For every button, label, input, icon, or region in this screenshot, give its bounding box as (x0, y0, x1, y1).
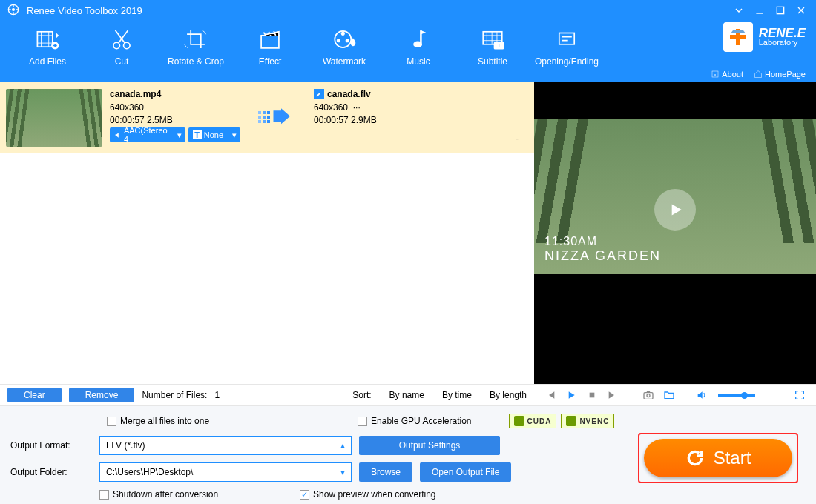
svg-rect-29 (644, 393, 653, 399)
brand-sub: Laboratory (759, 39, 806, 47)
dest-filename: canada.flv (327, 89, 371, 99)
source-info: canada.mp4 640x360 00:00:57 2.5MB AAC(St… (110, 89, 240, 147)
sort-label: Sort: (352, 390, 371, 400)
folder-combo[interactable]: C:\Users\HP\Desktop\▾ (99, 462, 352, 482)
subtitle-select[interactable]: TNone ▾ (188, 127, 240, 142)
svg-rect-3 (37, 32, 52, 47)
audio-codec-select[interactable]: AAC(Stereo 4 ▾ (110, 127, 185, 142)
film-plus-icon (10, 25, 85, 53)
preview-controls (534, 384, 816, 406)
volume-icon[interactable] (694, 388, 709, 402)
edit-format-icon[interactable] (314, 89, 324, 99)
nvidia-eye-icon (514, 416, 524, 426)
svg-rect-27 (267, 120, 270, 123)
merge-checkbox[interactable]: Merge all files into one (107, 416, 209, 426)
sort-by-time[interactable]: By time (442, 390, 472, 400)
subtitle-icon: T (455, 25, 530, 53)
tool-cut[interactable]: Cut (85, 25, 159, 67)
play-icon[interactable] (564, 388, 579, 402)
brand-block: RENE.E Laboratory (723, 22, 806, 52)
tool-opening-ending[interactable]: Opening/Ending (530, 25, 604, 67)
tool-effect[interactable]: Effect (233, 25, 307, 67)
output-settings-button[interactable]: Output Settings (359, 436, 500, 455)
svg-rect-20 (258, 116, 261, 119)
svg-rect-23 (263, 116, 266, 119)
prev-track-icon[interactable] (543, 388, 558, 402)
svg-text:T: T (497, 42, 501, 49)
svg-rect-7 (261, 36, 279, 48)
app-title: Renee Video Toolbox 2019 (27, 5, 142, 16)
tool-rotate-crop[interactable]: Rotate & Crop (159, 25, 233, 67)
music-note-icon (381, 25, 455, 53)
tool-watermark[interactable]: Watermark (307, 25, 381, 67)
svg-rect-25 (267, 111, 270, 114)
close-icon[interactable] (794, 3, 809, 18)
clear-button[interactable]: Clear (7, 388, 62, 402)
homepage-link[interactable]: HomePage (754, 70, 806, 79)
menu-dropdown-icon[interactable] (731, 3, 746, 18)
svg-rect-22 (263, 111, 266, 114)
svg-point-30 (647, 394, 650, 397)
file-count: 1 (214, 390, 220, 400)
maximize-icon[interactable] (773, 3, 788, 18)
tool-subtitle[interactable]: T Subtitle (455, 25, 530, 67)
sort-by-name[interactable]: By name (389, 390, 424, 400)
next-track-icon[interactable] (605, 388, 620, 402)
folder-icon[interactable] (662, 388, 677, 402)
format-combo[interactable]: FLV (*.flv)▴ (99, 436, 352, 455)
row-dash: - (506, 89, 528, 147)
dest-resolution: 640x360 (314, 102, 348, 113)
clapper-icon (233, 25, 307, 53)
dest-info: canada.flv 640x360 ··· 00:00:57 2.9MB (314, 89, 499, 147)
volume-slider[interactable] (718, 394, 755, 397)
sort-by-length[interactable]: By length (490, 390, 527, 400)
open-output-button[interactable]: Open Output File (420, 462, 511, 482)
svg-rect-28 (590, 393, 595, 398)
file-count-label: Number of Files: (142, 390, 207, 400)
source-dur-size: 00:00:57 2.5MB (110, 115, 240, 125)
start-button[interactable]: Start (644, 439, 792, 477)
chevron-down-icon: ▾ (340, 467, 345, 477)
svg-point-9 (341, 32, 345, 36)
minimize-icon[interactable] (752, 3, 767, 18)
convert-arrow-icon (247, 89, 306, 147)
gpu-checkbox[interactable]: Enable GPU Acceleration (358, 416, 471, 426)
source-filename: canada.mp4 (110, 89, 240, 99)
shutdown-checkbox[interactable]: Shutdown after conversion (99, 489, 218, 500)
dest-res-more[interactable]: ··· (353, 102, 361, 113)
main-toolbar: Add Files Cut Rotate & Crop Effect Water… (0, 21, 816, 82)
cuda-badge: CUDA (509, 414, 557, 428)
chevron-down-icon: ▾ (228, 130, 240, 140)
remove-button[interactable]: Remove (69, 388, 135, 402)
nvidia-eye-icon (566, 416, 576, 426)
source-resolution: 640x360 (110, 102, 240, 113)
show-preview-checkbox[interactable]: Show preview when converting (300, 489, 435, 500)
list-action-bar: Clear Remove Number of Files: 1 Sort: By… (0, 384, 534, 406)
nvenc-badge: NVENC (561, 414, 614, 428)
bottom-panel: Merge all files into one Enable GPU Acce… (0, 406, 816, 504)
browse-button[interactable]: Browse (359, 462, 412, 482)
dest-dur-size: 00:00:57 2.9MB (314, 115, 499, 125)
svg-rect-26 (267, 116, 270, 119)
svg-point-11 (346, 39, 349, 42)
crop-rotate-icon (159, 25, 233, 53)
tool-music[interactable]: Music (381, 25, 455, 67)
svg-point-6 (124, 42, 131, 49)
svg-rect-16 (559, 33, 574, 44)
overlay-place: NIZZA GARDEN (544, 248, 661, 264)
chevron-up-icon: ▴ (340, 440, 345, 451)
about-link[interactable]: About (711, 70, 743, 79)
file-row[interactable]: canada.mp4 640x360 00:00:57 2.5MB AAC(St… (0, 82, 534, 153)
snapshot-icon[interactable] (641, 388, 656, 402)
refresh-icon (685, 448, 705, 468)
stop-icon[interactable] (585, 388, 599, 402)
tool-add-files[interactable]: Add Files (10, 25, 85, 67)
title-bar: Renee Video Toolbox 2019 (0, 0, 816, 21)
preview-pane: 11:30AM NIZZA GARDEN (534, 82, 816, 384)
preview-play-button[interactable] (654, 189, 696, 231)
svg-rect-19 (258, 111, 261, 114)
svg-rect-24 (263, 120, 266, 123)
text-t-icon: T (193, 130, 202, 139)
fullscreen-icon[interactable] (792, 388, 807, 402)
svg-rect-2 (777, 7, 783, 13)
